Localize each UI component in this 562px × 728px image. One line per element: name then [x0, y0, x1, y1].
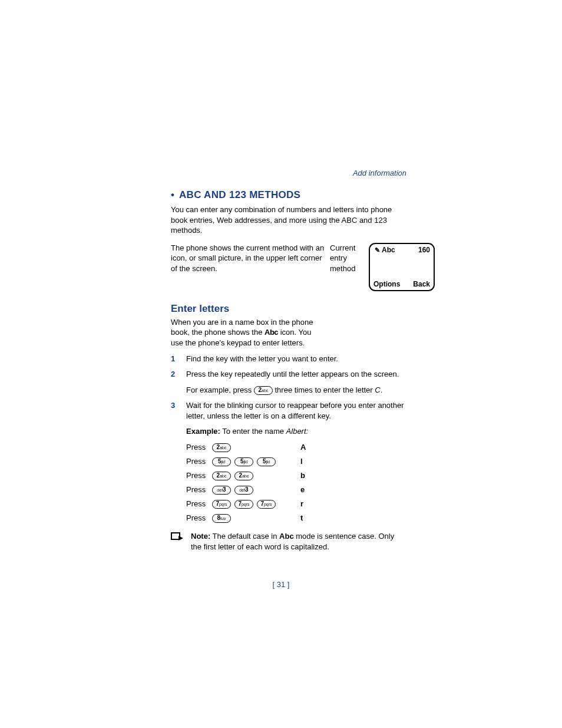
table-row: Press 8tuv t: [186, 511, 406, 525]
key-2abc: 2abc: [212, 443, 231, 452]
key-2abc: 2abc: [254, 386, 273, 395]
page-number: [ 31 ]: [0, 580, 562, 589]
bullet-icon: •: [171, 189, 179, 201]
key-3def: def3: [234, 486, 253, 495]
steps-list: Find the key with the letter you want to…: [171, 354, 406, 525]
step-3: Wait for the blinking cursor to reappear…: [171, 400, 406, 526]
phone-screen-illustration: ✎ Abc 160 Options Back: [369, 243, 435, 291]
key-2abc: 2abc: [234, 472, 253, 480]
key-7pqrs: 7pqrs: [234, 500, 253, 509]
phone-softkey-left: Options: [373, 280, 401, 288]
step-1: Find the key with the letter you want to…: [171, 354, 406, 364]
callout-label: Current entry method: [330, 243, 364, 274]
note-block: Note: The default case in Abc mode is se…: [171, 531, 406, 552]
svg-rect-3: [171, 533, 180, 539]
example-table: Press 2abc A Press 5jkl 5jkl 5jkl: [186, 440, 406, 525]
step-2-sub: For example, press 2abc three times to e…: [186, 385, 406, 396]
key-5jkl: 5jkl: [234, 457, 253, 466]
heading-2: Enter letters: [171, 303, 406, 315]
section-link: Add information: [171, 169, 406, 177]
abc-icon: Abc: [265, 328, 278, 337]
icon-description-row: The phone shows the current method with …: [171, 243, 406, 291]
table-row: Press 2abc A: [186, 440, 406, 454]
step-2: Press the key repeatedly until the lette…: [171, 369, 406, 395]
key-3def: def3: [212, 486, 231, 495]
table-row: Press 5jkl 5jkl 5jkl l: [186, 454, 406, 469]
icon-description-text: The phone shows the current method with …: [171, 243, 325, 274]
key-7pqrs: 7pqrs: [212, 500, 231, 509]
example-label: Example:: [186, 427, 220, 436]
note-text: Note: The default case in Abc mode is se…: [191, 531, 406, 552]
key-5jkl: 5jkl: [212, 457, 231, 466]
table-row: Press def3 def3 e: [186, 483, 406, 497]
phone-count: 160: [418, 246, 430, 254]
key-2abc: 2abc: [212, 472, 231, 480]
phone-mode: Abc: [382, 246, 395, 254]
key-7pqrs: 7pqrs: [257, 500, 276, 509]
svg-text:✎: ✎: [375, 246, 380, 253]
phone-softkey-right: Back: [413, 280, 430, 288]
intro-paragraph: You can enter any combination of numbers…: [171, 205, 406, 236]
note-icon: [171, 531, 185, 552]
svg-marker-4: [178, 536, 183, 541]
page-content: Add information •ABC AND 123 METHODS You…: [171, 169, 406, 552]
table-row: Press 2abc 2abc b: [186, 469, 406, 483]
key-5jkl: 5jkl: [257, 457, 276, 466]
key-8tuv: 8tuv: [212, 514, 231, 523]
enter-letters-paragraph: When you are in a name box in the phone …: [171, 317, 325, 348]
heading-1: •ABC AND 123 METHODS: [171, 189, 406, 201]
table-row: Press 7pqrs 7pqrs 7pqrs r: [186, 497, 406, 511]
example-block: Example: To enter the name Albert: Press…: [186, 426, 406, 525]
heading-1-text: ABC AND 123 METHODS: [179, 189, 300, 200]
